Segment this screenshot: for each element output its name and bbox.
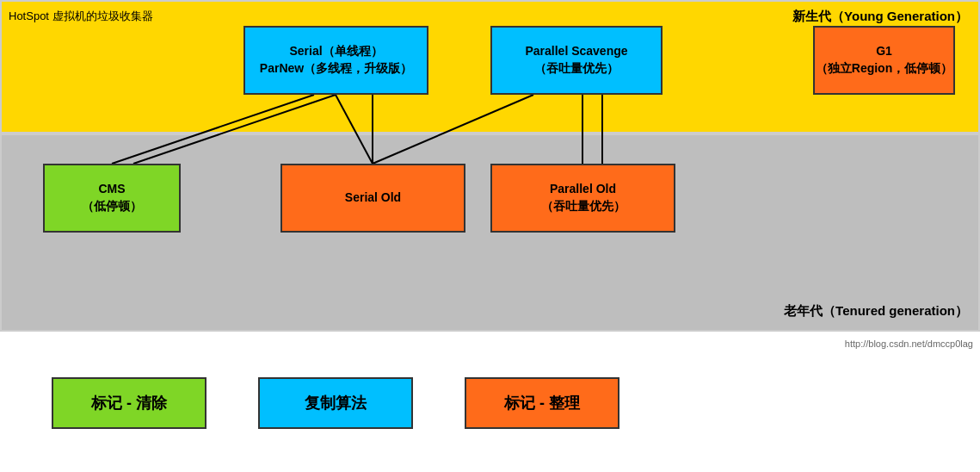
cms-line2: （低停顿）: [82, 198, 142, 215]
watermark: http://blog.csdn.net/dmccp0lag: [845, 338, 973, 349]
parallel-scavenge-line1: Parallel Scavenge: [525, 43, 627, 60]
legend-mark-compact: 标记 - 整理: [465, 377, 619, 429]
serial-parnew-line1: Serial（单线程）: [289, 43, 382, 60]
cms-line1: CMS: [98, 181, 125, 198]
g1-line2: （独立Region，低停顿）: [816, 60, 952, 78]
legend-copy-label: 复制算法: [305, 393, 367, 413]
serial-parnew-box: Serial（单线程） ParNew（多线程，升级版）: [243, 26, 428, 95]
serial-old-line1: Serial Old: [345, 189, 401, 207]
parallel-scavenge-box: Parallel Scavenge （吞吐量优先）: [490, 26, 663, 95]
hotspot-label: HotSpot 虚拟机的垃圾收集器: [9, 9, 153, 24]
legend-mark-compact-label: 标记 - 整理: [504, 393, 580, 413]
parallel-scavenge-line2: （吞吐量优先）: [534, 60, 619, 78]
g1-box: G1 （独立Region，低停顿）: [813, 26, 955, 95]
legend-section: 标记 - 清除 复制算法 标记 - 整理: [0, 353, 980, 453]
legend-mark-clear-label: 标记 - 清除: [91, 393, 167, 413]
g1-line1: G1: [876, 43, 892, 60]
old-gen-label: 老年代（Tenured generation）: [784, 303, 968, 320]
parallel-old-line1: Parallel Old: [550, 181, 616, 198]
legend-mark-clear: 标记 - 清除: [52, 377, 206, 429]
legend-copy: 复制算法: [258, 377, 413, 429]
serial-old-box: Serial Old: [280, 164, 465, 233]
parallel-old-box: Parallel Old （吞吐量优先）: [490, 164, 675, 233]
cms-box: CMS （低停顿）: [43, 164, 181, 233]
young-gen-label: 新生代（Young Generation）: [792, 9, 968, 25]
serial-parnew-line2: ParNew（多线程，升级版）: [260, 60, 412, 78]
main-diagram: HotSpot 虚拟机的垃圾收集器 新生代（Young Generation） …: [0, 0, 980, 353]
parallel-old-line2: （吞吐量优先）: [541, 198, 626, 215]
